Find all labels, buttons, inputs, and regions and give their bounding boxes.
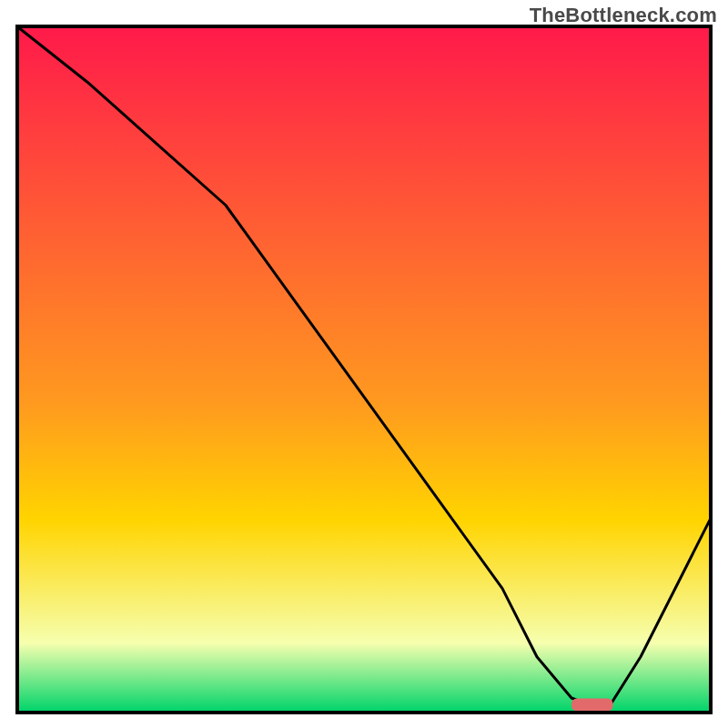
bottleneck-chart — [0, 0, 728, 728]
watermark-text: TheBottleneck.com — [530, 4, 717, 27]
chart-frame: TheBottleneck.com — [0, 0, 728, 728]
optimal-range-marker — [571, 699, 613, 712]
gradient-background — [18, 27, 710, 712]
